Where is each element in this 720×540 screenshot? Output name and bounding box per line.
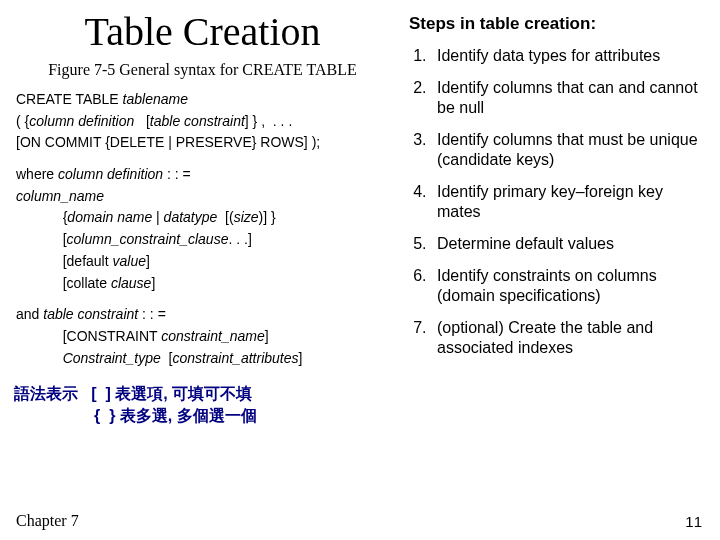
syntax-text: [ <box>134 113 150 129</box>
syntax-italic: constraint_name <box>161 328 265 344</box>
syntax-text: ] <box>151 275 155 291</box>
syntax-text: { <box>16 209 67 225</box>
left-column: Table Creation Figure 7-5 General syntax… <box>0 0 405 426</box>
syntax-italic: Constraint_type <box>63 350 161 366</box>
syntax-italic: table constraint <box>43 306 138 322</box>
slide: Table Creation Figure 7-5 General syntax… <box>0 0 720 540</box>
syntax-italic: clause <box>111 275 151 291</box>
syntax-text: [( <box>217 209 233 225</box>
syntax-box: CREATE TABLE tablename ( {column definit… <box>10 85 395 369</box>
chinese-line: { } 表多選, 多個選一個 <box>14 405 395 427</box>
page-number: 11 <box>685 513 702 530</box>
list-item: Identify columns that can and cannot be … <box>431 78 707 118</box>
chinese-line: 語法表示 [ ] 表選項, 可填可不填 <box>14 383 395 405</box>
syntax-text: ] <box>299 350 303 366</box>
syntax-text: [ON COMMIT {DELETE | PRESERVE} ROWS] ); <box>16 134 320 150</box>
right-column: Steps in table creation: Identify data t… <box>405 8 715 370</box>
chapter-label: Chapter 7 <box>16 512 79 530</box>
syntax-text: ] <box>265 328 269 344</box>
chinese-note: 語法表示 [ ] 表選項, 可填可不填 { } 表多選, 多個選一個 <box>10 383 395 426</box>
syntax-text: [collate <box>16 275 111 291</box>
list-item: Identify columns that must be unique (ca… <box>431 130 707 170</box>
syntax-italic: column definition <box>58 166 163 182</box>
syntax-text: ( { <box>16 113 29 129</box>
list-item: Identify constraints on columns (domain … <box>431 266 707 306</box>
syntax-italic: column_name <box>16 188 104 204</box>
steps-heading: Steps in table creation: <box>409 14 707 34</box>
syntax-text: )] } <box>259 209 276 225</box>
figure-caption: Figure 7-5 General syntax for CREATE TAB… <box>10 61 395 79</box>
syntax-text: : : = <box>163 166 191 182</box>
list-item: Identify primary key–foreign key mates <box>431 182 707 222</box>
syntax-italic: column definition <box>29 113 134 129</box>
syntax-text: CREATE TABLE <box>16 91 123 107</box>
syntax-italic: domain name <box>67 209 152 225</box>
syntax-text: [ <box>161 350 173 366</box>
syntax-italic: datatype <box>164 209 218 225</box>
syntax-text: : : = <box>138 306 166 322</box>
page-title: Table Creation <box>10 8 395 55</box>
list-item: (optional) Create the table and associat… <box>431 318 707 358</box>
syntax-italic: size <box>234 209 259 225</box>
syntax-text: and <box>16 306 43 322</box>
syntax-italic: table constraint <box>150 113 245 129</box>
syntax-text: . . .] <box>228 231 251 247</box>
syntax-text: [CONSTRAINT <box>16 328 161 344</box>
syntax-text: ] <box>146 253 150 269</box>
syntax-italic: constraint_attributes <box>172 350 298 366</box>
syntax-italic: column_constraint_clause <box>67 231 229 247</box>
list-item: Determine default values <box>431 234 707 254</box>
syntax-text: ] } , . . . <box>245 113 292 129</box>
syntax-italic: value <box>113 253 146 269</box>
syntax-text: [default <box>16 253 113 269</box>
syntax-text: where <box>16 166 58 182</box>
steps-list: Identify data types for attributes Ident… <box>409 46 707 358</box>
syntax-text: [ <box>16 231 67 247</box>
syntax-italic: tablename <box>123 91 188 107</box>
list-item: Identify data types for attributes <box>431 46 707 66</box>
syntax-text <box>16 350 63 366</box>
syntax-text: | <box>152 209 163 225</box>
